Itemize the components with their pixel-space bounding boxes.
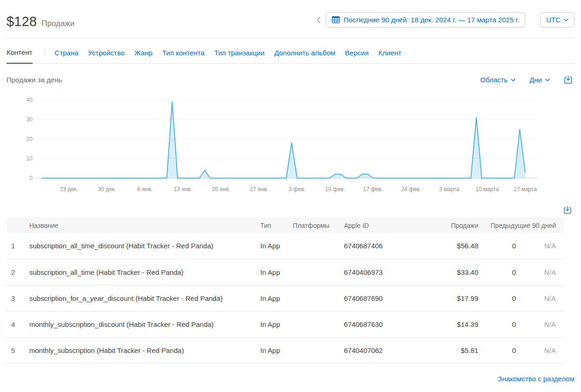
y-tick-label: 40 — [7, 96, 33, 104]
tab-content-type[interactable]: Тип контента — [162, 49, 205, 63]
col-header-name: Название — [25, 218, 253, 233]
chart-controls: Область Дни — [480, 75, 574, 84]
chevron-left-icon — [317, 17, 320, 23]
cell-name: monthly_subscription_discount (Habit Tra… — [25, 311, 253, 337]
cell-type: In App — [253, 311, 293, 337]
chevron-down-icon — [545, 79, 550, 81]
tab-divider — [45, 47, 45, 57]
cell-type: In App — [253, 233, 293, 259]
tab-version[interactable]: Версия — [345, 49, 369, 63]
x-tick-label: 6 янв. — [138, 186, 153, 193]
date-back-button[interactable] — [316, 14, 321, 26]
cell-change: N/A — [522, 285, 564, 311]
cell-previous: 0 — [485, 259, 522, 285]
y-tick-label: 30 — [7, 115, 33, 124]
cell-previous: 0 — [485, 233, 522, 259]
cell-sales: $14.39 — [406, 311, 485, 337]
tab-add-to-album[interactable]: Дополнить альбом — [274, 49, 335, 63]
tab-country[interactable]: Страна — [55, 49, 79, 63]
cell-platforms — [293, 285, 344, 311]
cell-previous: 0 — [485, 285, 522, 311]
series-line — [42, 102, 525, 178]
table-download-button[interactable] — [563, 206, 572, 214]
cell-change: N/A — [522, 233, 564, 259]
cell-name: monthly_subscription (Habit Tracker - Re… — [25, 337, 253, 363]
area-fill — [42, 102, 525, 178]
col-header-index — [7, 218, 25, 233]
col-header-platforms: Платформы — [293, 218, 344, 233]
x-tick-label: 3 марта — [439, 186, 459, 193]
col-header-previous-90-days: Предыдущие 90 дней — [485, 218, 564, 233]
date-controls: Последние 90 дней: 18 дек. 2024 г. — 17 … — [316, 12, 574, 27]
sales-chart: 010203040 23 дек.30 дек.6 янв.13 янв.20 … — [7, 96, 574, 195]
section-intro-link[interactable]: Знакомство с разделом — [498, 375, 574, 383]
table-row: 2subscription_all_time (Habit Tracker - … — [7, 259, 564, 285]
chart-interval-selector[interactable]: Дни — [529, 76, 550, 84]
y-tick-label: 0 — [7, 174, 33, 182]
timezone-button[interactable]: UTC — [540, 12, 574, 27]
header-divider — [7, 38, 574, 38]
x-tick-label: 27 янв. — [250, 186, 269, 193]
chevron-down-icon — [564, 19, 568, 21]
sales-breakdown-table: Название Тип Платформы Apple ID Продажи … — [7, 218, 564, 364]
row-index: 1 — [7, 233, 25, 259]
chart-type-selector[interactable]: Область — [480, 76, 515, 84]
x-tick-label: 20 янв. — [212, 186, 231, 193]
x-tick-label: 13 янв. — [174, 186, 192, 193]
table-row: 3subscription_for_a_year_discount (Habit… — [7, 285, 564, 311]
cell-sales: $17.99 — [406, 285, 485, 311]
cell-apple-id: 6740687630 — [344, 311, 406, 337]
cell-platforms — [293, 233, 344, 259]
y-tick-label: 20 — [7, 135, 33, 143]
sales-chart-plot[interactable]: 010203040 — [36, 96, 538, 179]
y-tick-label: 10 — [7, 154, 33, 163]
tab-device[interactable]: Устройство — [88, 49, 125, 63]
cell-sales: $56.48 — [406, 233, 485, 259]
area-chart-canvas — [36, 96, 538, 179]
table-row: 4monthly_subscription_discount (Habit Tr… — [7, 311, 564, 337]
row-index: 3 — [7, 285, 25, 311]
date-range-button[interactable]: Последние 90 дней: 18 дек. 2024 г. — 17 … — [326, 12, 525, 27]
x-tick-label: 10 фев. — [325, 186, 345, 193]
cell-type: In App — [253, 285, 293, 311]
x-tick-label: 30 дек. — [98, 186, 116, 193]
table-row: 5monthly_subscription (Habit Tracker - R… — [7, 337, 564, 363]
cell-change: N/A — [522, 311, 564, 337]
timezone-label: UTC — [546, 16, 561, 24]
sales-kpi: $128 Продажи — [7, 12, 74, 29]
tab-transaction-type[interactable]: Тип транзакции — [214, 49, 264, 63]
cell-name: subscription_all_time (Habit Tracker - R… — [25, 259, 253, 285]
chart-interval-label: Дни — [529, 76, 542, 84]
cell-platforms — [293, 311, 344, 337]
cell-apple-id: 6740406973 — [344, 259, 406, 285]
cell-apple-id: 6740687690 — [344, 285, 406, 311]
cell-platforms — [293, 259, 344, 285]
dimension-tabs: КонтентСтранаУстройствоЖанрТип контентаТ… — [7, 46, 574, 64]
tab-genre[interactable]: Жанр — [134, 49, 152, 63]
calendar-grid-icon — [332, 16, 340, 23]
x-tick-label: 3 фев. — [289, 186, 305, 193]
chart-title: Продажи за день — [7, 76, 62, 84]
cell-change: N/A — [522, 337, 564, 363]
cell-previous: 0 — [485, 311, 522, 337]
x-tick-label: 10 марта — [475, 186, 499, 193]
x-tick-label: 17 фев. — [363, 186, 383, 193]
cell-type: In App — [253, 337, 293, 363]
row-index: 4 — [7, 311, 25, 337]
sales-total-label: Продажи — [41, 19, 74, 28]
page-footer: Знакомство с разделом — [7, 375, 574, 383]
tab-content[interactable]: Контент — [7, 48, 33, 64]
chart-type-label: Область — [480, 76, 508, 84]
chart-x-axis: 23 дек.30 дек.6 янв.13 янв.20 янв.27 янв… — [36, 179, 538, 195]
cell-apple-id: 6740687406 — [344, 233, 406, 259]
table-toolbar — [7, 206, 574, 214]
chevron-down-icon — [511, 79, 515, 81]
row-index: 5 — [7, 337, 25, 363]
cell-previous: 0 — [485, 337, 522, 363]
cell-platforms — [293, 337, 344, 363]
tab-client[interactable]: Клиент — [378, 49, 401, 63]
chart-header: Продажи за день Область Дни — [7, 75, 574, 84]
sales-total-amount: $128 — [7, 14, 37, 29]
chart-download-button[interactable] — [564, 75, 573, 84]
x-tick-label: 23 дек. — [60, 186, 78, 193]
